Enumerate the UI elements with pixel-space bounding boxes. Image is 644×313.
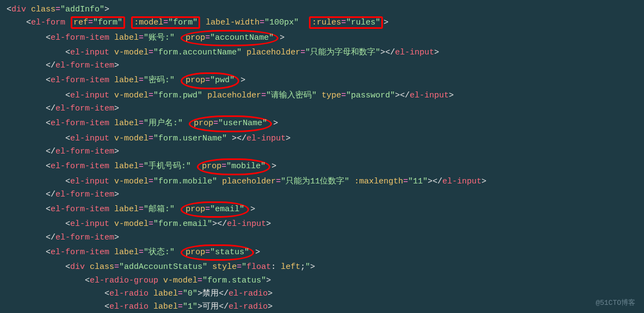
highlight-model-form: :model="form" xyxy=(131,16,200,29)
code-line: <el-input v-model="form.pwd" placeholder… xyxy=(7,89,644,102)
code-line: <div class="addInfo"> xyxy=(7,3,644,16)
highlight-rules: :rules="rules" xyxy=(309,16,383,29)
code-line: <el-input v-model="form.userName" ></el-… xyxy=(7,132,644,145)
highlight-prop-email: prop="email" xyxy=(181,201,249,218)
highlight-prop-pwd: prop="pwd" xyxy=(181,72,239,89)
watermark: @51CTO博客 xyxy=(596,297,635,309)
highlight-ref-form: ref="form" xyxy=(71,16,125,29)
code-line: <el-form-item label="用户名:" prop="userNam… xyxy=(7,115,644,132)
code-line: <el-radio label="0">禁用</el-radio> xyxy=(7,287,644,300)
code-line: <el-form ref="form" :model="form" label-… xyxy=(7,16,644,29)
code-line: </el-form-item> xyxy=(7,145,644,158)
code-line: <el-form-item label="账号:" prop="accountN… xyxy=(7,30,644,46)
code-line: <el-radio label="1">可用</el-radio> xyxy=(7,300,644,313)
code-line: <el-radio-group v-model="form.status"> xyxy=(7,274,644,287)
code-line: </el-form-item> xyxy=(7,102,644,115)
code-line: <el-form-item label="密码:" prop="pwd"> xyxy=(7,72,644,89)
code-line: <el-input v-model="form.email"></el-inpu… xyxy=(7,218,644,231)
highlight-prop-status: prop="status" xyxy=(181,244,254,261)
highlight-prop-mobile: prop="mobile" xyxy=(197,158,270,175)
code-editor[interactable]: <div class="addInfo"> <el-form ref="form… xyxy=(0,0,644,313)
code-line: <el-form-item label="邮箱:" prop="email"> xyxy=(7,201,644,218)
code-line: <el-form-item label="状态:" prop="status"> xyxy=(7,244,644,261)
code-line: <el-input v-model="form.mobile" placehol… xyxy=(7,175,644,188)
code-line: <div class="addAccountStatus" style="flo… xyxy=(7,261,644,274)
highlight-prop-accountname: prop="accountName" xyxy=(181,30,278,46)
code-line: </el-form-item> xyxy=(7,188,644,201)
code-line: </el-form-item> xyxy=(7,59,644,72)
code-line: <el-input v-model="form.accountName" pla… xyxy=(7,46,644,59)
code-line: </el-form-item> xyxy=(7,231,644,244)
code-line: <el-form-item label="手机号码:" prop="mobile… xyxy=(7,158,644,175)
highlight-prop-username: prop="userName" xyxy=(189,115,272,132)
